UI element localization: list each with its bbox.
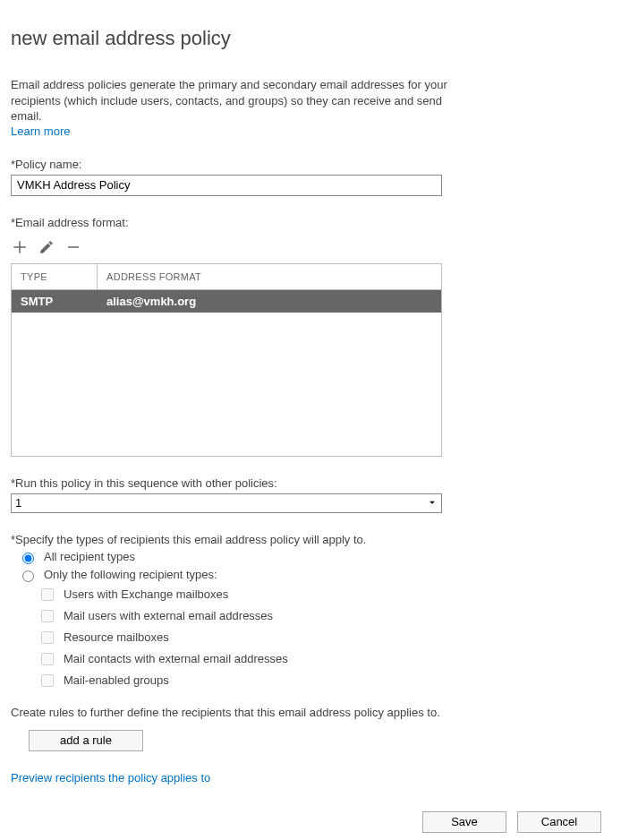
sequence-label: *Run this policy in this sequence with o… (11, 476, 610, 490)
grid-header-format: ADDRESS FORMAT (98, 264, 441, 289)
radio-all-input[interactable] (22, 553, 34, 564)
radio-only-label: Only the following recipient types: (44, 568, 217, 581)
add-rule-button[interactable]: add a rule (29, 730, 143, 751)
radio-all-label: All recipient types (44, 550, 135, 563)
email-format-label: *Email address format: (11, 216, 610, 229)
recipients-label: *Specify the types of recipients this em… (11, 533, 610, 546)
edit-icon[interactable] (38, 238, 55, 256)
learn-more-link[interactable]: Learn more (11, 124, 610, 138)
check-mail-users[interactable]: Mail users with external email addresses (38, 607, 610, 625)
radio-only-types[interactable]: Only the following recipient types: (18, 568, 610, 582)
check-mail-contacts-label: Mail contacts with external email addres… (64, 652, 288, 665)
check-mail-users-input[interactable] (41, 610, 54, 622)
cancel-button[interactable]: Cancel (517, 811, 601, 833)
format-grid: TYPE ADDRESS FORMAT SMTP alias@vmkh.org (11, 263, 442, 457)
check-resource-label: Resource mailboxes (64, 630, 169, 644)
check-users-exchange[interactable]: Users with Exchange mailboxes (38, 586, 610, 604)
policy-name-label: *Policy name: (11, 158, 610, 171)
page-title: new email address policy (11, 27, 610, 50)
radio-all-types[interactable]: All recipient types (18, 550, 610, 564)
check-mail-groups-input[interactable] (41, 674, 54, 687)
check-resource-input[interactable] (41, 631, 54, 644)
check-mail-groups-label: Mail-enabled groups (64, 673, 169, 687)
sequence-select[interactable]: 1 (11, 493, 442, 513)
check-mail-contacts[interactable]: Mail contacts with external email addres… (38, 650, 610, 668)
preview-recipients-link[interactable]: Preview recipients the policy applies to (11, 771, 610, 784)
policy-name-input[interactable] (11, 175, 442, 196)
grid-header-type: TYPE (12, 264, 98, 289)
radio-only-input[interactable] (22, 570, 34, 582)
intro-text: Email address policies generate the prim… (11, 77, 458, 124)
check-users-exchange-label: Users with Exchange mailboxes (64, 587, 228, 601)
row-type: SMTP (12, 290, 98, 313)
check-mail-groups[interactable]: Mail-enabled groups (38, 672, 610, 690)
rules-label: Create rules to further define the recip… (11, 706, 610, 719)
save-button[interactable]: Save (422, 811, 506, 833)
table-row[interactable]: SMTP alias@vmkh.org (12, 290, 441, 313)
check-mail-users-label: Mail users with external email addresses (64, 609, 273, 622)
check-mail-contacts-input[interactable] (41, 653, 54, 665)
grid-empty-area (12, 313, 441, 456)
check-users-exchange-input[interactable] (41, 588, 54, 601)
check-resource[interactable]: Resource mailboxes (38, 629, 610, 647)
add-icon[interactable] (11, 238, 29, 256)
row-format: alias@vmkh.org (98, 290, 441, 313)
remove-icon[interactable] (64, 238, 82, 256)
